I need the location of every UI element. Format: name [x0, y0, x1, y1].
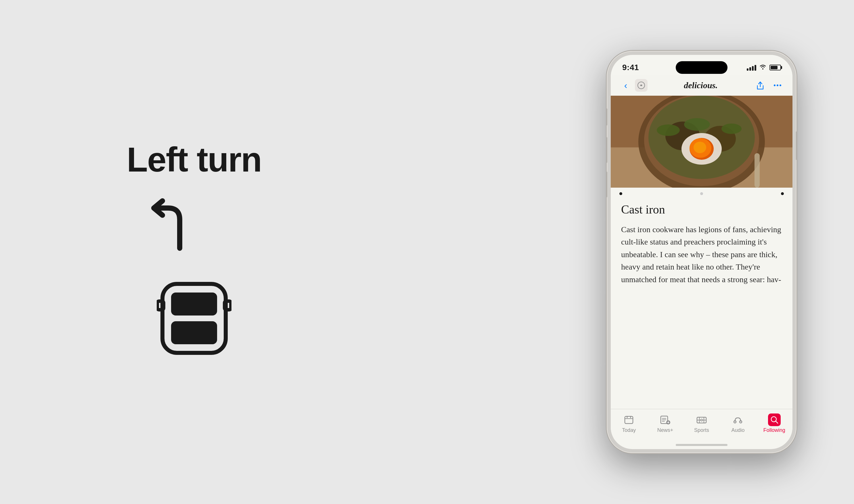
phone-container: 9:41 [607, 51, 797, 453]
news-plus-icon [659, 413, 672, 426]
dot-center [700, 192, 703, 195]
article-content: Cast iron Cast iron cookware has legions… [611, 96, 792, 409]
volume-down-button[interactable] [607, 172, 607, 197]
tab-news-plus-label: News+ [657, 427, 674, 433]
volume-up-button[interactable] [607, 137, 607, 163]
svg-line-45 [775, 421, 778, 423]
food-image-bg [611, 96, 792, 187]
nav-bar: ‹ delicious. [611, 75, 792, 96]
svg-rect-2 [171, 321, 217, 344]
scroll-dots [611, 187, 792, 200]
tab-following-label: Following [763, 427, 785, 433]
left-illustration: Left turn [0, 0, 388, 504]
sports-icon [695, 413, 708, 426]
wifi-icon [759, 64, 767, 72]
nav-title: delicious. [647, 80, 754, 90]
home-bar [676, 444, 728, 446]
svg-point-8 [777, 85, 778, 86]
source-icon[interactable] [635, 79, 647, 92]
svg-point-5 [762, 68, 763, 70]
tab-today-label: Today [622, 427, 636, 433]
phone-frame: 9:41 [607, 51, 797, 453]
left-turn-arrow-icon [139, 197, 203, 254]
svg-rect-24 [611, 96, 792, 187]
tab-news-plus[interactable]: News+ [647, 413, 683, 433]
article-heading: Cast iron [621, 202, 782, 216]
silent-switch[interactable] [607, 108, 607, 126]
signal-bar-4 [754, 65, 756, 71]
today-icon [623, 413, 635, 426]
tab-bar: Today News+ [611, 409, 792, 440]
svg-point-42 [734, 421, 736, 423]
signal-bar-2 [749, 67, 751, 71]
article-body: Cast iron cookware has legions of fans, … [621, 223, 782, 286]
tab-sports[interactable]: Sports [683, 413, 720, 433]
svg-rect-25 [754, 153, 760, 187]
battery-icon [769, 65, 781, 70]
audio-icon [732, 413, 744, 426]
tab-today[interactable]: Today [611, 413, 647, 433]
phone-screen: 9:41 [611, 55, 792, 449]
tab-audio-label: Audio [731, 427, 745, 433]
dot-right [781, 192, 784, 195]
signal-bar-3 [752, 66, 754, 71]
tab-sports-label: Sports [694, 427, 709, 433]
power-button[interactable] [796, 131, 797, 160]
more-button[interactable] [771, 79, 784, 92]
svg-point-7 [774, 85, 775, 86]
nav-actions [754, 79, 784, 92]
home-indicator [611, 440, 792, 449]
back-button[interactable]: ‹ [620, 79, 632, 92]
car-icon [157, 261, 231, 364]
svg-point-43 [739, 421, 742, 423]
arrow-car-container [157, 197, 231, 364]
signal-icon [747, 65, 756, 71]
status-time: 9:41 [622, 63, 639, 72]
food-image [611, 96, 792, 187]
svg-rect-26 [625, 416, 633, 424]
article-text: Cast iron Cast iron cookware has legions… [611, 200, 792, 409]
left-turn-label: Left turn [127, 140, 262, 179]
tab-audio[interactable]: Audio [720, 413, 756, 433]
following-icon [768, 413, 781, 426]
share-button[interactable] [754, 79, 767, 92]
tab-following[interactable]: Following [756, 413, 792, 433]
battery-fill [771, 66, 778, 69]
signal-bar-1 [747, 68, 748, 71]
svg-rect-1 [171, 292, 217, 316]
dot-left [620, 192, 622, 195]
dynamic-island [676, 61, 728, 74]
status-icons [747, 64, 781, 72]
svg-point-9 [780, 85, 781, 86]
